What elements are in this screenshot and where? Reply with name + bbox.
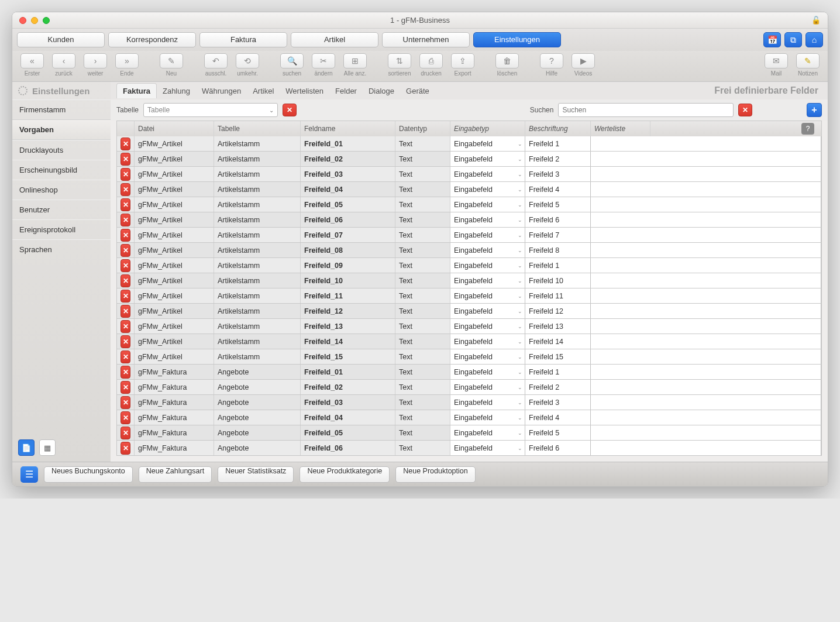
delete-row-button[interactable]: ✕: [121, 350, 130, 363]
subtab-wertelisten[interactable]: Wertelisten: [280, 84, 329, 98]
home-icon[interactable]: ⌂: [805, 32, 823, 47]
delete-row-button[interactable]: ✕: [121, 274, 130, 287]
sidebar-item-vorgaben[interactable]: Vorgaben: [12, 119, 111, 140]
subtab-währungen[interactable]: Währungen: [196, 84, 247, 98]
nav-einstellungen[interactable]: Einstellungen: [473, 32, 561, 47]
table-row[interactable]: ✕gFMw_ArtikelArtikelstammFreifeld_13Text…: [117, 319, 821, 334]
cell-eingabetyp[interactable]: Eingabefeld⌄: [450, 152, 525, 166]
sidebar-item-firmenstamm[interactable]: Firmenstamm: [12, 99, 111, 119]
footer-btn-neue-produktkategorie[interactable]: Neue Produktkategorie: [299, 466, 390, 483]
tool-hilfe[interactable]: ?Hilfe: [536, 53, 567, 77]
delete-row-button[interactable]: ✕: [121, 381, 130, 394]
delete-row-button[interactable]: ✕: [121, 183, 130, 196]
col-eingabetyp[interactable]: Eingabetyp: [450, 121, 525, 136]
nav-faktura[interactable]: Faktura: [199, 32, 287, 47]
tool-ändern[interactable]: ✂ändern: [308, 53, 339, 77]
cell-werteliste[interactable]: [591, 365, 821, 379]
delete-row-button[interactable]: ✕: [121, 259, 130, 272]
table-row[interactable]: ✕gFMw_ArtikelArtikelstammFreifeld_05Text…: [117, 197, 821, 212]
cell-werteliste[interactable]: [591, 136, 821, 151]
cell-beschriftung[interactable]: Freifeld 10: [525, 273, 591, 288]
cell-werteliste[interactable]: [591, 410, 821, 425]
nav-kunden[interactable]: Kunden: [17, 32, 105, 47]
cell-werteliste[interactable]: [591, 152, 821, 166]
table-row[interactable]: ✕gFMw_FakturaAngeboteFreifeld_01TextEing…: [117, 365, 821, 380]
cell-eingabetyp[interactable]: Eingabefeld⌄: [450, 197, 525, 212]
cell-eingabetyp[interactable]: Eingabefeld⌄: [450, 167, 525, 181]
cell-beschriftung[interactable]: Freifeld 5: [525, 425, 591, 440]
col-tabelle[interactable]: Tabelle: [214, 121, 301, 136]
cell-eingabetyp[interactable]: Eingabefeld⌄: [450, 425, 525, 440]
tool-notizen[interactable]: ✎Notizen: [793, 53, 823, 77]
cell-werteliste[interactable]: [591, 349, 821, 364]
col-werteliste[interactable]: Werteliste: [591, 121, 650, 136]
cell-eingabetyp[interactable]: Eingabefeld⌄: [450, 288, 525, 303]
col-beschriftung[interactable]: Beschriftung: [525, 121, 591, 136]
cell-werteliste[interactable]: [591, 395, 821, 410]
cell-beschriftung[interactable]: Freifeld 2: [525, 152, 591, 166]
delete-row-button[interactable]: ✕: [121, 305, 130, 318]
cell-beschriftung[interactable]: Freifeld 12: [525, 304, 591, 318]
table-row[interactable]: ✕gFMw_ArtikelArtikelstammFreifeld_02Text…: [117, 152, 821, 167]
cell-werteliste[interactable]: [591, 380, 821, 394]
cell-beschriftung[interactable]: Freifeld 14: [525, 334, 591, 349]
delete-row-button[interactable]: ✕: [121, 396, 130, 409]
cell-eingabetyp[interactable]: Eingabefeld⌄: [450, 380, 525, 394]
cell-eingabetyp[interactable]: Eingabefeld⌄: [450, 349, 525, 364]
copy-icon[interactable]: ⧉: [784, 32, 802, 47]
subtab-geräte[interactable]: Geräte: [400, 84, 435, 98]
delete-row-button[interactable]: ✕: [121, 229, 130, 242]
tool-export[interactable]: ⇪Export: [447, 53, 478, 77]
cell-beschriftung[interactable]: Freifeld 8: [525, 243, 591, 257]
sidebar-item-benutzer[interactable]: Benutzer: [12, 200, 111, 219]
footer-btn-neue-produktoption[interactable]: Neue Produktoption: [395, 466, 476, 483]
tool-drucken[interactable]: ⎙drucken: [416, 53, 446, 77]
lock-icon[interactable]: 🔓: [811, 16, 821, 25]
tool-erster[interactable]: «Erster: [17, 53, 47, 77]
cell-beschriftung[interactable]: Freifeld 2: [525, 380, 591, 394]
cell-beschriftung[interactable]: Freifeld 1: [525, 365, 591, 379]
table-row[interactable]: ✕gFMw_ArtikelArtikelstammFreifeld_03Text…: [117, 167, 821, 182]
sidebar-item-ereignisprotokoll[interactable]: Ereignisprotokoll: [12, 219, 111, 239]
cell-eingabetyp[interactable]: Eingabefeld⌄: [450, 319, 525, 334]
cell-beschriftung[interactable]: Freifeld 1: [525, 258, 591, 273]
search-input[interactable]: [558, 103, 734, 117]
cell-beschriftung[interactable]: Freifeld 13: [525, 319, 591, 334]
cell-eingabetyp[interactable]: Eingabefeld⌄: [450, 243, 525, 257]
table-row[interactable]: ✕gFMw_ArtikelArtikelstammFreifeld_15Text…: [117, 349, 821, 365]
delete-row-button[interactable]: ✕: [121, 320, 130, 333]
nav-artikel[interactable]: Artikel: [291, 32, 378, 47]
list-icon[interactable]: ☰: [20, 466, 38, 483]
cell-beschriftung[interactable]: Freifeld 3: [525, 167, 591, 181]
cell-eingabetyp[interactable]: Eingabefeld⌄: [450, 228, 525, 242]
col-datentyp[interactable]: Datentyp: [395, 121, 450, 136]
cell-beschriftung[interactable]: Freifeld 15: [525, 349, 591, 364]
tool-mail[interactable]: ✉Mail: [761, 53, 791, 77]
cell-werteliste[interactable]: [591, 167, 821, 181]
col-feldname[interactable]: Feldname: [301, 121, 395, 136]
delete-row-button[interactable]: ✕: [121, 366, 130, 379]
cell-werteliste[interactable]: [591, 441, 821, 455]
view-mode-list-icon[interactable]: ▦: [39, 439, 56, 456]
view-mode-form-icon[interactable]: 📄: [18, 439, 35, 456]
clear-search-button[interactable]: ✕: [738, 104, 752, 116]
cell-beschriftung[interactable]: Freifeld 5: [525, 197, 591, 212]
cell-eingabetyp[interactable]: Eingabefeld⌄: [450, 304, 525, 318]
cell-werteliste[interactable]: [591, 258, 821, 273]
delete-row-button[interactable]: ✕: [121, 138, 130, 150]
cell-eingabetyp[interactable]: Eingabefeld⌄: [450, 182, 525, 197]
cell-werteliste[interactable]: [591, 334, 821, 349]
delete-row-button[interactable]: ✕: [121, 427, 130, 439]
delete-row-button[interactable]: ✕: [121, 198, 130, 211]
footer-btn-neuer-statistiksatz[interactable]: Neuer Statistiksatz: [218, 466, 294, 483]
table-row[interactable]: ✕gFMw_FakturaAngeboteFreifeld_04TextEing…: [117, 410, 821, 425]
cell-eingabetyp[interactable]: Eingabefeld⌄: [450, 273, 525, 288]
cell-werteliste[interactable]: [591, 425, 821, 440]
delete-row-button[interactable]: ✕: [121, 214, 130, 226]
cell-werteliste[interactable]: [591, 273, 821, 288]
cell-werteliste[interactable]: [591, 212, 821, 227]
add-row-button[interactable]: +: [807, 103, 822, 117]
cell-eingabetyp[interactable]: Eingabefeld⌄: [450, 136, 525, 151]
tool-löschen[interactable]: 🗑löschen: [492, 53, 522, 77]
nav-unternehmen[interactable]: Unternehmen: [382, 32, 470, 47]
